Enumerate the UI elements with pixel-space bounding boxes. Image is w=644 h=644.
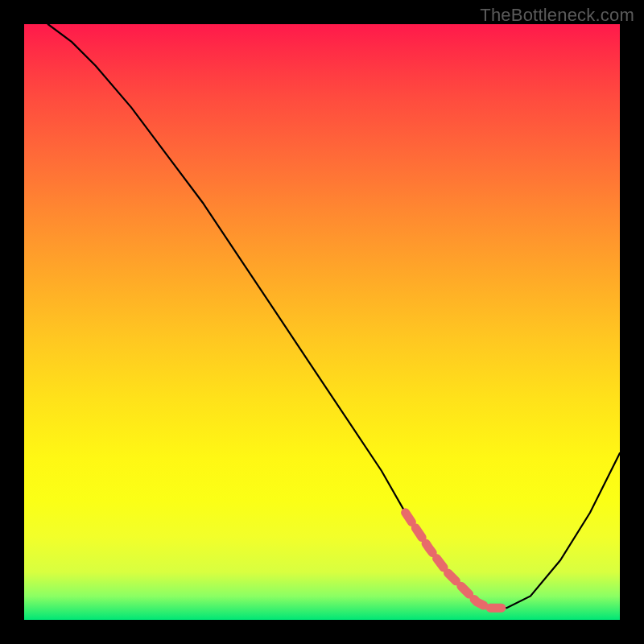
chart-plot-area xyxy=(24,24,620,620)
watermark-text: TheBottleneck.com xyxy=(480,5,634,26)
optimal-zone-marker xyxy=(24,24,620,620)
